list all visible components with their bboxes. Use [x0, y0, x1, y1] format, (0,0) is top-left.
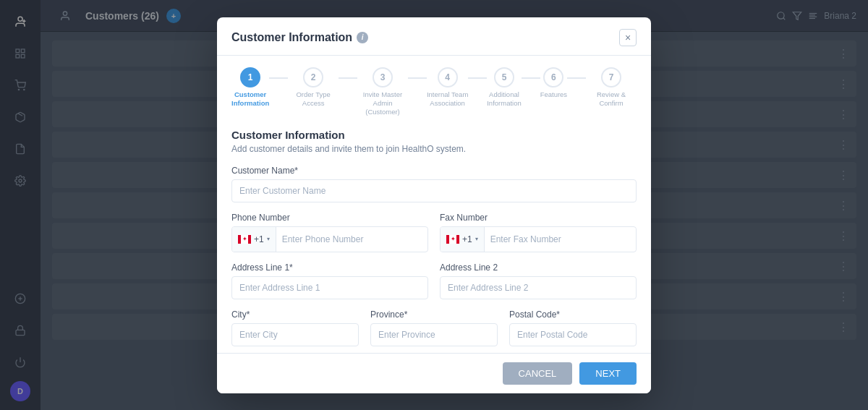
step-circle-2[interactable]: 2 [303, 67, 323, 87]
address1-label: Address Line 1* [231, 262, 428, 273]
step-circle-3[interactable]: 3 [373, 67, 393, 87]
address1-group: Address Line 1* [231, 262, 428, 299]
step-1: 1 CustomerInformation [231, 67, 269, 108]
fax-country-code: +1 [462, 234, 472, 244]
city-col: City* [231, 309, 359, 353]
fax-group: Fax Number ✦ +1 ▾ [440, 213, 637, 252]
step-label-4: Internal TeamAssociation [427, 90, 468, 108]
modal-header: Customer Information i × [217, 17, 651, 56]
step-label-1: CustomerInformation [231, 90, 269, 108]
cancel-button[interactable]: CANCEL [503, 362, 573, 385]
address1-input[interactable] [231, 276, 428, 299]
fax-col: Fax Number ✦ +1 ▾ [440, 213, 637, 262]
step-3: 3 Invite MasterAdmin (Customer) [357, 67, 408, 117]
fax-number-input[interactable] [485, 229, 636, 250]
step-7: 7 Review & Confirm [586, 67, 637, 108]
postal-label: Postal Code* [509, 309, 637, 320]
phone-country-code: +1 [254, 234, 264, 244]
address2-label: Address Line 2 [440, 262, 637, 273]
step-circle-4[interactable]: 4 [438, 67, 458, 87]
connector-4 [468, 77, 487, 79]
connector-1 [269, 77, 288, 79]
phone-group: Phone Number ✦ +1 ▾ [231, 213, 428, 252]
address1-col: Address Line 1* [231, 262, 428, 309]
step-label-7: Review & Confirm [586, 90, 637, 108]
customer-name-group: Customer Name* [231, 166, 637, 202]
fax-input-wrap: ✦ +1 ▾ [440, 226, 637, 252]
postal-group: Postal Code* [509, 309, 637, 346]
next-button[interactable]: NEXT [579, 362, 637, 385]
connector-6 [567, 77, 586, 79]
phone-input-wrap: ✦ +1 ▾ [231, 226, 428, 252]
fax-label: Fax Number [440, 213, 637, 223]
address-row: Address Line 1* Address Line 2 [231, 262, 637, 309]
step-label-2: Order Type Access [288, 90, 339, 108]
province-label: Province* [370, 309, 498, 320]
postal-col: Postal Code* [509, 309, 637, 353]
customer-name-label: Customer Name* [231, 166, 637, 176]
customer-information-modal: Customer Information i × 1 CustomerInfor… [217, 17, 651, 393]
city-province-postal-row: City* Province* Postal Code* [231, 309, 637, 353]
postal-input[interactable] [509, 323, 637, 346]
chevron-down-icon: ▾ [267, 236, 270, 242]
modal-form-scroll: Customer Information Add customer detail… [217, 117, 651, 353]
fax-prefix[interactable]: ✦ +1 ▾ [441, 227, 485, 252]
connector-3 [408, 77, 427, 79]
step-circle-5[interactable]: 5 [494, 67, 514, 87]
phone-number-input[interactable] [276, 229, 427, 250]
step-label-3: Invite MasterAdmin (Customer) [357, 90, 408, 117]
modal-footer: CANCEL NEXT [217, 353, 651, 393]
city-label: City* [231, 309, 359, 320]
connector-2 [339, 77, 357, 79]
province-group: Province* [370, 309, 498, 346]
step-label-5: AdditionalInformation [487, 90, 522, 108]
city-group: City* [231, 309, 359, 346]
step-2: 2 Order Type Access [288, 67, 339, 108]
province-col: Province* [370, 309, 498, 353]
form-section-subtitle: Add customer details and invite them to … [231, 144, 637, 154]
step-circle-7[interactable]: 7 [601, 67, 621, 87]
step-circle-1[interactable]: 1 [240, 67, 260, 87]
phone-fax-row: Phone Number ✦ +1 ▾ [231, 213, 637, 262]
city-input[interactable] [231, 323, 359, 346]
address2-group: Address Line 2 [440, 262, 637, 299]
modal-title-text: Customer Information [231, 31, 352, 44]
step-5: 5 AdditionalInformation [487, 67, 522, 108]
canada-flag: ✦ [238, 235, 251, 244]
phone-prefix[interactable]: ✦ +1 ▾ [232, 227, 276, 252]
step-circle-6[interactable]: 6 [543, 67, 563, 87]
phone-col: Phone Number ✦ +1 ▾ [231, 213, 428, 262]
fax-chevron-down-icon: ▾ [475, 236, 478, 242]
modal-title: Customer Information i [231, 31, 368, 44]
stepper: 1 CustomerInformation 2 Order Type Acces… [217, 56, 651, 117]
address2-col: Address Line 2 [440, 262, 637, 309]
phone-label: Phone Number [231, 213, 428, 223]
customer-name-input[interactable] [231, 179, 637, 202]
form-section-title: Customer Information [231, 129, 637, 141]
fax-canada-flag: ✦ [446, 235, 459, 244]
step-4: 4 Internal TeamAssociation [427, 67, 468, 108]
step-6: 6 Features [540, 67, 568, 99]
info-icon: i [357, 32, 368, 43]
close-button[interactable]: × [619, 29, 637, 46]
address2-input[interactable] [440, 276, 637, 299]
province-input[interactable] [370, 323, 498, 346]
step-label-6: Features [540, 90, 568, 99]
modal-overlay: Customer Information i × 1 CustomerInfor… [0, 0, 868, 410]
connector-5 [522, 77, 540, 79]
